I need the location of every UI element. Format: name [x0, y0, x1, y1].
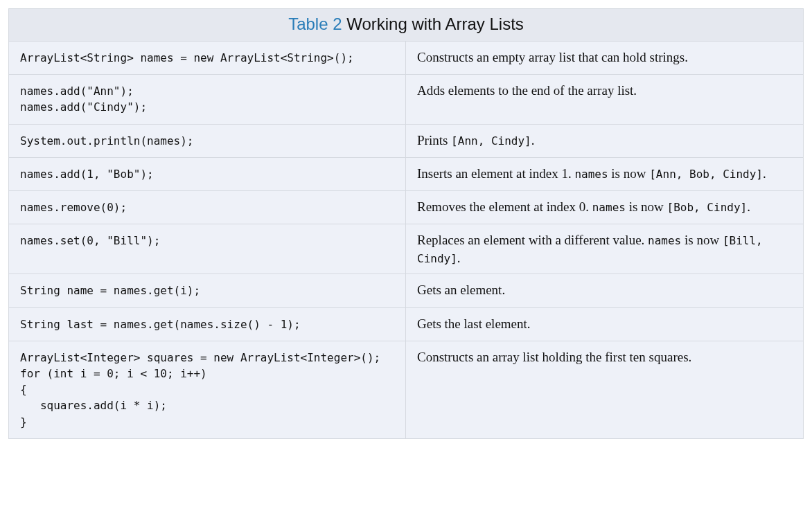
desc-cell: Inserts an element at index 1. names is …: [406, 158, 803, 190]
table-row: String last = names.get(names.size() - 1…: [9, 308, 803, 341]
table-number: Table 2: [288, 15, 342, 33]
table-row: names.add(1, "Bob"); Inserts an element …: [9, 158, 803, 191]
table-row: ArrayList<Integer> squares = new ArrayLi…: [9, 341, 803, 438]
table-title: Table 2 Working with Array Lists: [9, 9, 803, 42]
code-cell: System.out.println(names);: [9, 125, 406, 157]
desc-cell: Adds elements to the end of the array li…: [406, 75, 803, 123]
table-row: System.out.println(names); Prints [Ann, …: [9, 125, 803, 158]
code-cell: names.add(1, "Bob");: [9, 158, 406, 190]
code-cell: ArrayList<Integer> squares = new ArrayLi…: [9, 341, 406, 438]
desc-cell: Replaces an element with a different val…: [406, 224, 803, 274]
table-row: String name = names.get(i); Gets an elem…: [9, 274, 803, 307]
code-cell: ArrayList<String> names = new ArrayList<…: [9, 42, 406, 74]
desc-cell: Gets an element.: [406, 274, 803, 307]
desc-cell: Prints [Ann, Cindy].: [406, 125, 803, 157]
table-row: names.set(0, "Bill"); Replaces an elemen…: [9, 224, 803, 274]
code-cell: names.add("Ann"); names.add("Cindy");: [9, 75, 406, 123]
code-cell: names.set(0, "Bill");: [9, 224, 406, 274]
table-title-text: Working with Array Lists: [346, 15, 524, 33]
code-cell: names.remove(0);: [9, 191, 406, 224]
table-row: names.add("Ann"); names.add("Cindy"); Ad…: [9, 75, 803, 124]
desc-cell: Constructs an array list holding the fir…: [406, 341, 803, 438]
desc-cell: Gets the last element.: [406, 308, 803, 341]
table-row: ArrayList<String> names = new ArrayList<…: [9, 42, 803, 75]
code-cell: String name = names.get(i);: [9, 274, 406, 307]
desc-cell: Removes the element at index 0. names is…: [406, 191, 803, 224]
table: Table 2 Working with Array Lists ArrayLi…: [8, 8, 804, 439]
desc-cell: Constructs an empty array list that can …: [406, 42, 803, 74]
table-row: names.remove(0); Removes the element at …: [9, 191, 803, 224]
code-cell: String last = names.get(names.size() - 1…: [9, 308, 406, 341]
